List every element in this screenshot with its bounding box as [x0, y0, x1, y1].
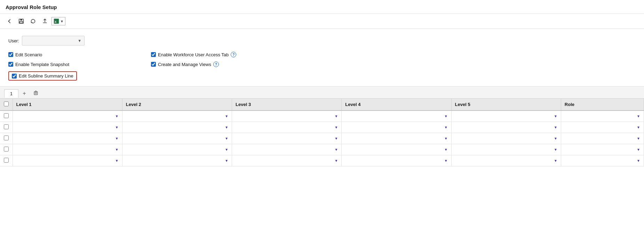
checkbox-edit-subline-wrapper: Edit Subline Summary Line [8, 71, 137, 81]
row-select-cell-2 [0, 133, 13, 144]
back-button[interactable] [4, 17, 15, 26]
row-checkbox-2[interactable] [4, 136, 9, 140]
upload-button[interactable] [40, 17, 50, 26]
workforce-info-icon[interactable]: ? [231, 52, 236, 57]
cell-level2-row1: ▼ [122, 122, 232, 133]
dropdown-arrow-level4-row0[interactable]: ▼ [444, 114, 448, 118]
views-info-icon[interactable]: ? [213, 62, 219, 67]
checkboxes-grid: Edit Scenario Enable Workforce User Acce… [8, 52, 280, 81]
dropdown-arrow-level2-row0[interactable]: ▼ [225, 114, 228, 118]
svg-rect-5 [34, 92, 38, 95]
dropdown-arrow-level5-row2[interactable]: ▼ [554, 137, 557, 140]
cell-level2-row0: ▼ [122, 111, 232, 122]
dropdown-arrow-level2-row1[interactable]: ▼ [225, 125, 228, 129]
cell-level1-row1: ▼ [13, 122, 122, 133]
dropdown-arrow-role-row3[interactable]: ▼ [637, 148, 640, 152]
dropdown-arrow-level1-row1[interactable]: ▼ [115, 125, 119, 129]
refresh-button[interactable] [28, 17, 38, 26]
toolbar: X ▼ [0, 14, 644, 29]
checkbox-enable-workforce: Enable Workforce User Access Tab ? [151, 52, 280, 57]
cell-level2-row3: ▼ [122, 144, 232, 155]
cell-level4-row1: ▼ [342, 122, 451, 133]
dropdown-arrow-level4-row1[interactable]: ▼ [444, 125, 448, 129]
dropdown-arrow-level1-row3[interactable]: ▼ [115, 148, 119, 152]
dropdown-arrow-level3-row2[interactable]: ▼ [334, 137, 338, 140]
save-button[interactable] [16, 17, 26, 26]
table-row: ▼▼▼▼▼▼ [0, 155, 644, 166]
cell-level5-row1: ▼ [451, 122, 561, 133]
user-dropdown[interactable]: ▼ [22, 36, 85, 46]
th-level5: Level 5 [451, 99, 561, 111]
dropdown-arrow-level1-row4[interactable]: ▼ [115, 159, 119, 163]
dropdown-arrow-role-row2[interactable]: ▼ [637, 137, 640, 140]
dropdown-arrow-level3-row4[interactable]: ▼ [334, 159, 338, 163]
row-checkbox-4[interactable] [4, 158, 9, 163]
table-header-row: Level 1 Level 2 Level 3 Level 4 Level 5 … [0, 99, 644, 111]
delete-tab-button[interactable] [30, 89, 41, 98]
th-level4: Level 4 [342, 99, 451, 111]
cell-level1-row2: ▼ [13, 133, 122, 144]
cell-level2-row2: ▼ [122, 133, 232, 144]
dropdown-arrow-level4-row2[interactable]: ▼ [444, 137, 448, 140]
cell-level2-row4: ▼ [122, 155, 232, 166]
svg-rect-2 [20, 22, 23, 23]
cell-role-row2: ▼ [561, 133, 644, 144]
cell-level5-row3: ▼ [451, 144, 561, 155]
cell-level3-row4: ▼ [232, 155, 342, 166]
dropdown-arrow-level5-row3[interactable]: ▼ [554, 148, 557, 152]
row-select-cell-4 [0, 155, 13, 166]
dropdown-arrow-role-row4[interactable]: ▼ [637, 159, 640, 163]
edit-scenario-checkbox[interactable] [8, 52, 13, 57]
enable-workforce-label: Enable Workforce User Access Tab [158, 52, 229, 57]
dropdown-arrow-level4-row3[interactable]: ▼ [444, 148, 448, 152]
row-checkbox-1[interactable] [4, 124, 9, 129]
form-area: User: ▼ Edit Scenario Enable Workforce U… [0, 29, 644, 87]
th-level3: Level 3 [232, 99, 342, 111]
create-manage-views-checkbox[interactable] [151, 62, 156, 67]
cell-level4-row4: ▼ [342, 155, 451, 166]
user-select-text [25, 37, 75, 44]
row-checkbox-0[interactable] [4, 113, 9, 118]
excel-button[interactable]: X ▼ [51, 17, 65, 25]
th-select [0, 99, 13, 111]
checkbox-edit-scenario: Edit Scenario [8, 52, 137, 57]
dropdown-arrow-level4-row4[interactable]: ▼ [444, 159, 448, 163]
user-dropdown-arrow: ▼ [78, 39, 81, 43]
dropdown-arrow-level5-row0[interactable]: ▼ [554, 114, 557, 118]
edit-scenario-label: Edit Scenario [15, 52, 42, 57]
tab-1[interactable]: 1 [4, 89, 18, 98]
cell-role-row0: ▼ [561, 111, 644, 122]
page-title: Approval Role Setup [0, 0, 644, 14]
dropdown-arrow-level3-row1[interactable]: ▼ [334, 125, 338, 129]
cell-level1-row3: ▼ [13, 144, 122, 155]
dropdown-arrow-level2-row3[interactable]: ▼ [225, 148, 228, 152]
row-select-cell-1 [0, 122, 13, 133]
excel-dropdown-arrow: ▼ [60, 19, 64, 23]
cell-level4-row3: ▼ [342, 144, 451, 155]
dropdown-arrow-level1-row0[interactable]: ▼ [115, 114, 119, 118]
checkbox-enable-template: Enable Template Snapshot [8, 62, 137, 67]
cell-level3-row2: ▼ [232, 133, 342, 144]
dropdown-arrow-level2-row2[interactable]: ▼ [225, 137, 228, 140]
user-row: User: ▼ [8, 36, 636, 46]
edit-subline-checkbox[interactable] [12, 74, 17, 79]
dropdown-arrow-level5-row4[interactable]: ▼ [554, 159, 557, 163]
dropdown-arrow-level3-row0[interactable]: ▼ [334, 114, 338, 118]
enable-workforce-checkbox[interactable] [151, 52, 156, 57]
dropdown-arrow-level3-row3[interactable]: ▼ [334, 148, 338, 152]
dropdown-arrow-role-row0[interactable]: ▼ [637, 114, 640, 118]
table-row: ▼▼▼▼▼▼ [0, 111, 644, 122]
add-tab-button[interactable]: + [20, 89, 29, 98]
cell-level3-row0: ▼ [232, 111, 342, 122]
enable-template-label: Enable Template Snapshot [15, 62, 69, 67]
dropdown-arrow-level5-row1[interactable]: ▼ [554, 125, 557, 129]
select-all-checkbox[interactable] [4, 101, 9, 106]
dropdown-arrow-level1-row2[interactable]: ▼ [115, 137, 119, 140]
dropdown-arrow-role-row1[interactable]: ▼ [637, 125, 640, 129]
row-select-cell-3 [0, 144, 13, 155]
row-checkbox-3[interactable] [4, 147, 9, 152]
enable-template-checkbox[interactable] [8, 62, 13, 67]
create-manage-views-label: Create and Manage Views [158, 62, 211, 67]
tab-bar: 1 + [0, 87, 644, 99]
dropdown-arrow-level2-row4[interactable]: ▼ [225, 159, 228, 163]
